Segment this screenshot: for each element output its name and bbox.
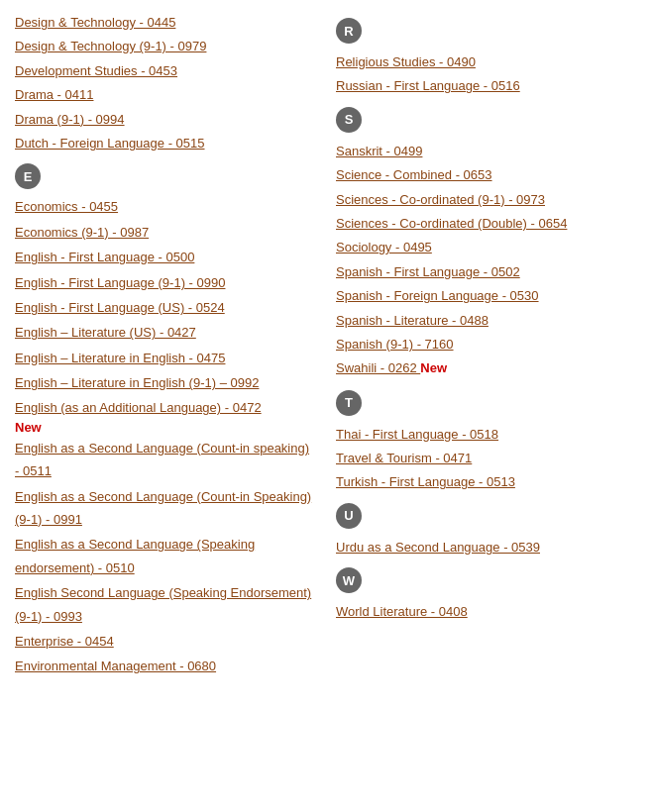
subject-link[interactable]: Religious Studies - 0490 [336, 51, 637, 73]
subject-item: English – Literature in English - 0475 [15, 347, 316, 369]
subject-link[interactable]: Travel & Tourism - 0471 [336, 447, 637, 469]
left-column: Design & Technology - 0445Design & Techn… [15, 10, 316, 680]
subject-link[interactable]: Economics (9-1) - 0987 [15, 225, 149, 240]
main-columns: Design & Technology - 0445Design & Techn… [15, 10, 637, 680]
subject-link[interactable]: English – Literature in English - 0475 [15, 351, 225, 365]
subject-item: English (as an Additional Language) - 04… [15, 396, 316, 434]
subject-link[interactable]: Development Studies - 0453 [15, 59, 316, 82]
subject-item: English - First Language (9-1) - 0990 [15, 271, 316, 294]
subject-link[interactable]: English as a Second Language (Speaking e… [15, 537, 255, 574]
subject-link[interactable]: Spanish (9-1) - 7160 [336, 333, 637, 355]
subject-link[interactable]: Spanish - Literature - 0488 [336, 309, 637, 332]
subject-item: English as a Second Language (Speaking e… [15, 533, 316, 579]
subject-item: English – Literature (US) - 0427 [15, 321, 316, 344]
subject-link[interactable]: Spanish - Foreign Language - 0530 [336, 284, 637, 307]
subject-link[interactable]: Science - Combined - 0653 [336, 163, 637, 186]
section-letter-e: E [15, 163, 41, 189]
subject-item: Swahili - 0262 New [336, 356, 637, 379]
subject-item: English – Literature in English (9-1) – … [15, 371, 316, 394]
subject-link[interactable]: English - First Language - 0500 [15, 250, 194, 264]
subject-link[interactable]: Drama - 0411 [15, 83, 316, 106]
subject-link[interactable]: Thai - First Language - 0518 [336, 423, 637, 446]
right-column: RReligious Studies - 0490Russian - First… [336, 10, 637, 680]
subject-link[interactable]: Sciences - Co-ordinated (9-1) - 0973 [336, 188, 637, 211]
subject-link[interactable]: Drama (9-1) - 0994 [15, 108, 316, 131]
subject-item: Enterprise - 0454 [15, 630, 316, 653]
subject-link[interactable]: Enterprise - 0454 [15, 634, 114, 649]
subject-link[interactable]: Spanish - First Language - 0502 [336, 260, 637, 283]
subject-item: Economics - 0455 [15, 195, 316, 218]
subject-link[interactable]: English - First Language (US) - 0524 [15, 300, 225, 315]
subject-link[interactable]: English as a Second Language (Count-in S… [15, 489, 311, 527]
section-letter-r: R [336, 18, 362, 44]
subject-item: English - First Language - 0500 [15, 246, 316, 268]
subject-link[interactable]: Turkish - First Language - 0513 [336, 470, 637, 493]
subject-link[interactable]: English Second Language (Speaking Endors… [15, 585, 311, 623]
subject-link[interactable]: Environmental Management - 0680 [15, 659, 216, 673]
subject-item: English Second Language (Speaking Endors… [15, 581, 316, 628]
subject-link[interactable]: English - First Language (9-1) - 0990 [15, 275, 225, 290]
subject-link[interactable]: English (as an Additional Language) - 04… [15, 400, 262, 415]
subject-item: Economics (9-1) - 0987 [15, 221, 316, 244]
subject-link[interactable]: Economics - 0455 [15, 199, 118, 214]
new-badge: New [15, 420, 42, 435]
top-items-group: Design & Technology - 0445Design & Techn… [15, 11, 316, 154]
subject-link[interactable]: Russian - First Language - 0516 [336, 74, 637, 97]
subject-link[interactable]: Sciences - Co-ordinated (Double) - 0654 [336, 212, 637, 235]
subject-link[interactable]: English – Literature in English (9-1) – … [15, 375, 259, 390]
section-letter-s: S [336, 107, 362, 133]
section-letter-w: W [336, 567, 362, 593]
subject-link[interactable]: Design & Technology (9-1) - 0979 [15, 35, 316, 57]
subject-link[interactable]: Dutch - Foreign Language - 0515 [15, 132, 316, 154]
e-section: EEconomics - 0455Economics (9-1) - 0987E… [15, 155, 316, 677]
subject-link[interactable]: English as a Second Language (Count-in s… [15, 441, 309, 478]
subject-item: English as a Second Language (Count-in S… [15, 485, 316, 532]
new-badge: New [420, 360, 447, 375]
section-letter-u: U [336, 503, 362, 529]
subject-item: English - First Language (US) - 0524 [15, 296, 316, 319]
section-letter-t: T [336, 390, 362, 416]
subject-link[interactable]: Sanskrit - 0499 [336, 140, 637, 162]
subject-link[interactable]: English – Literature (US) - 0427 [15, 325, 196, 340]
subject-item: English as a Second Language (Count-in s… [15, 437, 316, 483]
subject-link[interactable]: Swahili - 0262 [336, 360, 420, 375]
subject-link[interactable]: Design & Technology - 0445 [15, 11, 316, 34]
subject-link[interactable]: Urdu as a Second Language - 0539 [336, 536, 637, 558]
subject-link[interactable]: Sociology - 0495 [336, 236, 637, 258]
subject-link[interactable]: World Literature - 0408 [336, 600, 637, 623]
subject-item: Environmental Management - 0680 [15, 655, 316, 677]
